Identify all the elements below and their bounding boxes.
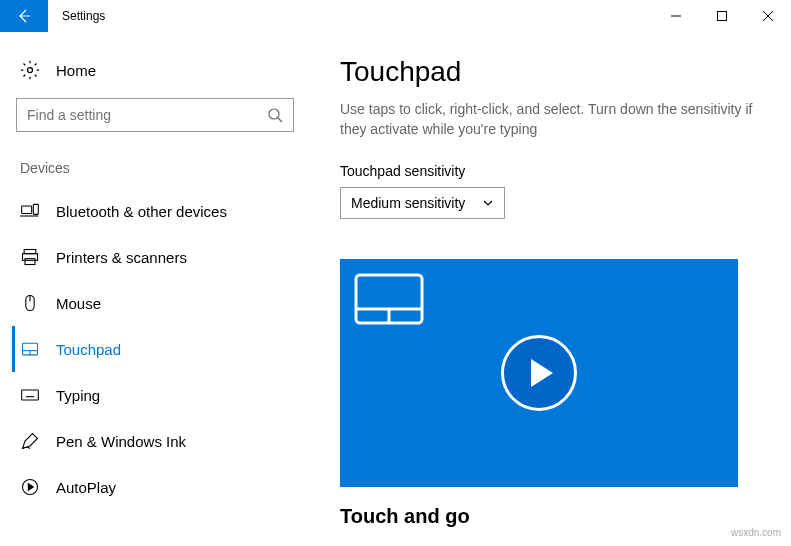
arrow-left-icon — [16, 8, 32, 24]
sidebar-item-touchpad[interactable]: Touchpad — [12, 326, 294, 372]
close-button[interactable] — [745, 0, 791, 32]
search-input[interactable] — [16, 98, 294, 132]
minimize-icon — [671, 11, 681, 21]
svg-marker-25 — [28, 484, 33, 491]
secondary-title: Touch and go — [340, 505, 771, 528]
printer-icon — [20, 247, 40, 267]
sensitivity-label: Touchpad sensitivity — [340, 163, 771, 179]
page-title: Touchpad — [340, 56, 771, 88]
search-field[interactable] — [27, 107, 267, 123]
sidebar-item-label: Bluetooth & other devices — [56, 203, 227, 220]
search-icon — [267, 107, 283, 123]
svg-rect-7 — [22, 206, 32, 214]
sidebar-item-label: AutoPlay — [56, 479, 116, 496]
minimize-button[interactable] — [653, 0, 699, 32]
svg-rect-1 — [718, 12, 727, 21]
watermark: wsxdn.com — [731, 527, 781, 538]
home-label: Home — [56, 62, 96, 79]
dropdown-value: Medium sensitivity — [351, 195, 465, 211]
maximize-icon — [717, 11, 727, 21]
sidebar-item-bluetooth[interactable]: Bluetooth & other devices — [16, 188, 294, 234]
sidebar-item-label: Pen & Windows Ink — [56, 433, 186, 450]
sidebar-item-autoplay[interactable]: AutoPlay — [16, 464, 294, 510]
main-content: Touchpad Use taps to click, right-click,… — [310, 32, 791, 546]
pen-icon — [20, 431, 40, 451]
chevron-down-icon — [482, 197, 494, 209]
svg-rect-8 — [33, 204, 38, 214]
svg-point-4 — [28, 68, 33, 73]
window-controls — [653, 0, 791, 32]
sidebar-item-label: Mouse — [56, 295, 101, 312]
keyboard-icon — [20, 385, 40, 405]
gear-icon — [20, 60, 40, 80]
svg-point-5 — [269, 109, 279, 119]
sidebar-item-label: Printers & scanners — [56, 249, 187, 266]
section-header: Devices — [16, 160, 294, 176]
home-nav[interactable]: Home — [16, 52, 294, 98]
mouse-icon — [20, 293, 40, 313]
svg-line-6 — [278, 118, 282, 122]
sidebar-item-pen[interactable]: Pen & Windows Ink — [16, 418, 294, 464]
window-title: Settings — [48, 0, 105, 32]
play-button[interactable] — [501, 335, 577, 411]
touchpad-large-icon — [354, 273, 424, 325]
devices-icon — [20, 201, 40, 221]
sensitivity-dropdown[interactable]: Medium sensitivity — [340, 187, 505, 219]
touchpad-icon — [20, 339, 40, 359]
svg-rect-12 — [25, 259, 35, 265]
titlebar: Settings — [0, 0, 791, 32]
svg-rect-18 — [22, 390, 39, 400]
svg-rect-10 — [24, 250, 36, 254]
sidebar-item-typing[interactable]: Typing — [16, 372, 294, 418]
back-button[interactable] — [0, 0, 48, 32]
sidebar-item-label: Typing — [56, 387, 100, 404]
autoplay-icon — [20, 477, 40, 497]
sidebar-item-mouse[interactable]: Mouse — [16, 280, 294, 326]
page-description: Use taps to click, right-click, and sele… — [340, 100, 771, 139]
sidebar-item-printers[interactable]: Printers & scanners — [16, 234, 294, 280]
sidebar-item-label: Touchpad — [56, 341, 121, 358]
close-icon — [763, 11, 773, 21]
sidebar: Home Devices Bluetooth & other devices P… — [0, 32, 310, 546]
play-icon — [531, 359, 553, 387]
maximize-button[interactable] — [699, 0, 745, 32]
video-preview[interactable] — [340, 259, 738, 487]
